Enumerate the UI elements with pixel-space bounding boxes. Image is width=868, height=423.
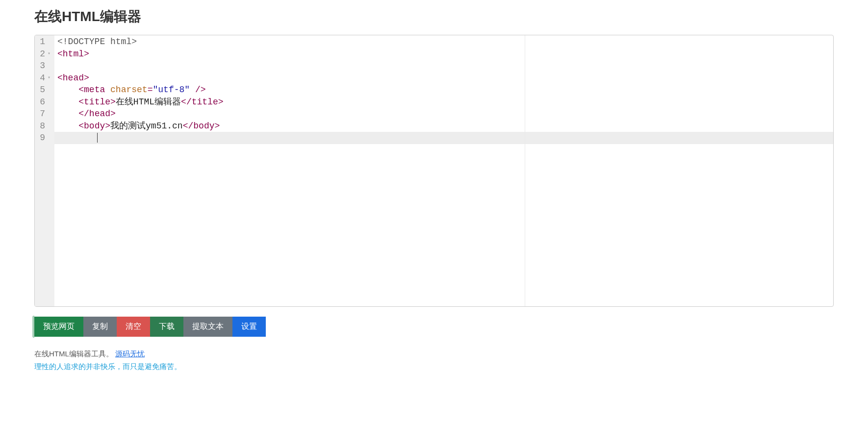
fold-marker-icon[interactable]: ▾ bbox=[47, 72, 51, 84]
preview-button[interactable]: 预览网页 bbox=[34, 317, 83, 337]
code-line[interactable] bbox=[54, 132, 833, 144]
source-link[interactable]: 源码无忧 bbox=[115, 349, 145, 358]
footer-description: 在线HTML编辑器工具。 bbox=[34, 349, 113, 358]
page-title: 在线HTML编辑器 bbox=[34, 7, 834, 26]
line-number: 4▾ bbox=[38, 72, 51, 84]
line-number: 3 bbox=[38, 60, 51, 72]
line-number: 7 bbox=[38, 108, 51, 120]
code-editor[interactable]: 12▾34▾56789 <!DOCTYPE html><html><head> … bbox=[34, 35, 834, 307]
download-button[interactable]: 下载 bbox=[150, 317, 183, 337]
code-line[interactable]: <title>在线HTML编辑器</title> bbox=[57, 96, 833, 108]
code-line[interactable]: <head> bbox=[57, 72, 833, 84]
fold-marker-icon[interactable]: ▾ bbox=[47, 48, 51, 60]
code-line[interactable] bbox=[57, 60, 833, 72]
line-number-gutter: 12▾34▾56789 bbox=[35, 35, 54, 306]
text-cursor bbox=[97, 133, 98, 143]
copy-button[interactable]: 复制 bbox=[83, 317, 117, 337]
settings-button[interactable]: 设置 bbox=[232, 317, 266, 337]
print-margin-line bbox=[525, 35, 525, 306]
code-content-area[interactable]: <!DOCTYPE html><html><head> <meta charse… bbox=[54, 35, 833, 306]
footer-quote: 理性的人追求的并非快乐，而只是避免痛苦。 bbox=[34, 360, 834, 373]
clear-button[interactable]: 清空 bbox=[117, 317, 150, 337]
line-number: 2▾ bbox=[38, 48, 51, 60]
code-line[interactable]: </head> bbox=[57, 108, 833, 120]
line-number: 6 bbox=[38, 96, 51, 108]
code-line[interactable]: <meta charset="utf-8" /> bbox=[57, 84, 833, 96]
code-line[interactable]: <!DOCTYPE html> bbox=[57, 36, 833, 48]
code-line[interactable]: <body>我的测试ym51.cn</body> bbox=[57, 120, 833, 132]
code-line[interactable]: <html> bbox=[57, 48, 833, 60]
footer: 在线HTML编辑器工具。 源码无忧 理性的人追求的并非快乐，而只是避免痛苦。 bbox=[34, 348, 834, 373]
line-number: 9 bbox=[38, 132, 51, 144]
extract-text-button[interactable]: 提取文本 bbox=[183, 317, 232, 337]
line-number: 8 bbox=[38, 120, 51, 132]
line-number: 1 bbox=[38, 36, 51, 48]
line-number: 5 bbox=[38, 84, 51, 96]
editor-toolbar: 预览网页 复制 清空 下载 提取文本 设置 bbox=[34, 317, 834, 337]
